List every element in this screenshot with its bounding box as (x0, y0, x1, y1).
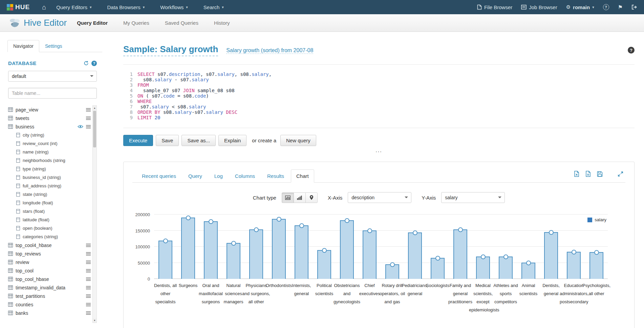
tree-item-label: tweets (16, 116, 29, 121)
hue-logo[interactable]: HUE (7, 3, 30, 11)
column-item[interactable]: full_address (string) (8, 182, 91, 190)
list-icon[interactable] (86, 116, 91, 120)
table-item[interactable]: top_reviews (8, 249, 91, 258)
column-item[interactable]: name (string) (8, 148, 91, 156)
top-navbar: HUE ⌂ Query Editors▾Data Browsers▾Workfl… (0, 0, 644, 14)
table-item[interactable]: counties (8, 300, 91, 309)
chart-type-bars-button[interactable] (282, 192, 294, 203)
nav-query-editors[interactable]: Query Editors▾ (56, 4, 91, 10)
download-xls-icon[interactable] (574, 171, 579, 177)
column-item[interactable]: latitude (float) (8, 216, 91, 224)
help-button[interactable]: ? (603, 4, 609, 10)
table-item[interactable]: review (8, 258, 91, 266)
list-icon[interactable] (86, 125, 91, 129)
save-results-icon[interactable] (597, 171, 603, 177)
scroll-up-arrow[interactable]: ▲ (93, 106, 96, 110)
execute-button[interactable]: Execute (123, 135, 153, 146)
eye-icon[interactable] (78, 125, 83, 128)
chart-type-map-button[interactable] (305, 192, 318, 203)
new-query-button[interactable]: New query (280, 135, 316, 146)
nav-search[interactable]: Search▾ (203, 4, 224, 10)
y-axis-select[interactable]: salary (441, 192, 505, 203)
tab-navigator[interactable]: Navigator (7, 40, 39, 52)
nav-data-browsers[interactable]: Data Browsers▾ (107, 4, 145, 10)
feedback-button[interactable]: ⚑ (618, 4, 623, 11)
list-icon[interactable] (86, 252, 91, 256)
column-item[interactable]: categories (string) (8, 232, 91, 241)
explain-button[interactable]: Explain (218, 135, 246, 146)
results-tab-recent-queries[interactable]: Recent queries (136, 169, 181, 183)
chart-plot: Dentists, all other specialistsSurgeonsO… (154, 214, 608, 279)
tab-history[interactable]: History (214, 20, 230, 26)
list-icon[interactable] (86, 260, 91, 264)
results-tab-results[interactable]: Results (262, 169, 289, 183)
refresh-icon[interactable] (84, 61, 89, 66)
column-item[interactable]: type (string) (8, 165, 91, 173)
table-item[interactable]: top_cool (8, 266, 91, 275)
file-browser-button[interactable]: File Browser (477, 4, 512, 10)
database-select[interactable]: default (8, 71, 97, 82)
results-tab-query[interactable]: Query (183, 169, 208, 183)
database-select-wrap: default (8, 71, 97, 82)
column-item[interactable]: stars (float) (8, 207, 91, 216)
database-heading: DATABASE (8, 60, 37, 66)
user-menu[interactable]: ⚙ romain ▾ (566, 4, 594, 10)
list-icon[interactable] (86, 108, 91, 112)
home-button[interactable]: ⌂ (42, 4, 46, 11)
tree-item-label: neighborhoods (string (23, 158, 65, 163)
table-item[interactable]: page_view (8, 105, 91, 114)
save-as-button[interactable]: Save as... (181, 135, 216, 146)
tab-query-editor[interactable]: Query Editor (77, 20, 108, 26)
chart-column: Physicians and surgeons, all other (245, 214, 267, 279)
table-item[interactable]: top_cool_hbase (8, 275, 91, 283)
sql-editor[interactable]: 123456789 SELECT s07.description, s07.sa… (123, 64, 635, 128)
column-item[interactable]: neighborhoods (string (8, 156, 91, 165)
column-item[interactable]: open (boolean) (8, 224, 91, 232)
table-item[interactable]: business (8, 122, 91, 131)
column-item[interactable]: state (string) (8, 190, 91, 199)
table-item[interactable]: test_partitions (8, 292, 91, 300)
x-axis-select[interactable]: description (348, 192, 411, 203)
database-help-icon[interactable]: ? (91, 61, 97, 66)
logout-button[interactable] (631, 4, 637, 10)
tab-saved-queries[interactable]: Saved Queries (165, 20, 198, 26)
results-tab-columns[interactable]: Columns (230, 169, 260, 183)
query-title[interactable]: Sample: Salary growth (123, 44, 218, 56)
download-csv-icon[interactable] (585, 171, 591, 177)
table-item[interactable]: banks (8, 309, 91, 317)
results-tab-log[interactable]: Log (209, 169, 228, 183)
list-icon[interactable] (86, 243, 91, 247)
chart-point-marker (390, 262, 395, 267)
column-item[interactable]: city (string) (8, 131, 91, 139)
column-item[interactable]: business_id (string) (8, 173, 91, 182)
query-subtitle-link[interactable]: Salary growth (sorted) from 2007-08 (226, 47, 313, 54)
scrollbar-thumb[interactable] (93, 111, 96, 147)
tab-settings[interactable]: Settings (39, 40, 68, 52)
list-icon[interactable] (86, 269, 91, 273)
list-icon[interactable] (86, 286, 91, 290)
job-browser-button[interactable]: Job Browser (521, 4, 557, 10)
column-item[interactable]: longitude (float) (8, 199, 91, 207)
scroll-down-arrow[interactable]: ▼ (93, 318, 96, 323)
list-icon[interactable] (86, 277, 91, 281)
table-item[interactable]: tweets (8, 114, 91, 122)
tab-my-queries[interactable]: My Queries (123, 20, 149, 26)
editor-code[interactable]: SELECT s07.description, s07.salary, s08.… (137, 71, 272, 120)
chart-legend[interactable]: salary (587, 217, 606, 222)
save-button[interactable]: Save (156, 135, 179, 146)
table-item[interactable]: top_cool4_hbase (8, 241, 91, 249)
editor-resize-handle[interactable]: ... (123, 147, 635, 153)
chart-type-columns-button[interactable] (294, 192, 306, 203)
table-item[interactable]: timestamp_invalid_data (8, 283, 91, 292)
table-icon (8, 107, 13, 112)
list-icon[interactable] (86, 294, 91, 298)
query-help-button[interactable]: ? (628, 47, 635, 54)
column-item[interactable]: review_count (int) (8, 139, 91, 148)
expand-results-icon[interactable] (618, 171, 623, 177)
nav-workflows[interactable]: Workflows▾ (160, 4, 188, 10)
results-tab-chart[interactable]: Chart (291, 169, 314, 183)
list-icon[interactable] (86, 311, 91, 315)
table-filter-input[interactable] (8, 88, 97, 99)
sidebar-scrollbar[interactable]: ▲ ▼ (92, 105, 97, 323)
list-icon[interactable] (86, 303, 91, 307)
